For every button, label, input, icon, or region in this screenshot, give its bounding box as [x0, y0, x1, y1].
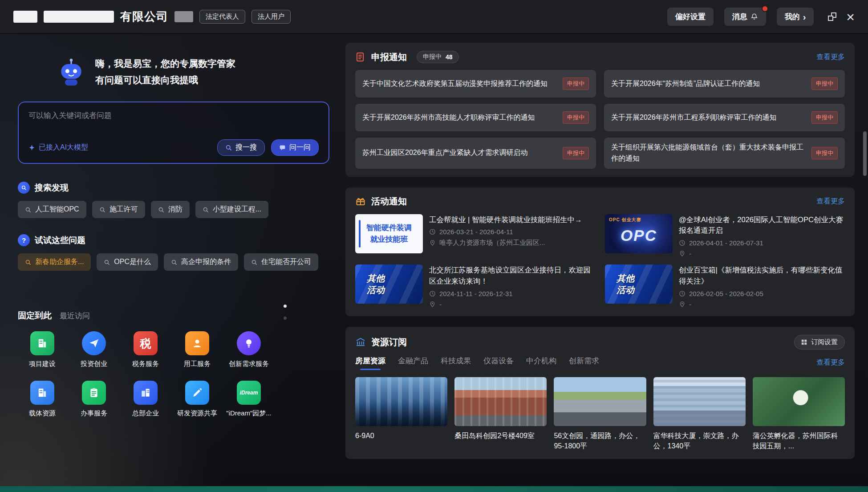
- app-label: 项目建设: [29, 360, 56, 368]
- scrollbar-thumb[interactable]: [863, 131, 867, 176]
- preferences-button[interactable]: 偏好设置: [667, 8, 714, 26]
- app-investment-startup[interactable]: 投资创业: [69, 331, 118, 368]
- activity-location: 唯亭人力资源市场（苏州工业园区...: [439, 239, 545, 247]
- app-headquarters-enterprise[interactable]: 总部企业: [121, 381, 170, 418]
- resource-caption: 桑田岛科创园2号楼409室: [454, 431, 547, 441]
- ai-model-note-label: 已接入AI大模型: [39, 143, 88, 152]
- notices-filter-pill[interactable]: 申报中 48: [417, 51, 459, 63]
- chip-construction-permit[interactable]: 施工许可: [92, 201, 145, 218]
- tab-innovation-demand[interactable]: 创新需求: [569, 356, 599, 370]
- worker-icon: [185, 331, 209, 355]
- recent-visits-label[interactable]: 最近访问: [60, 311, 90, 321]
- notice-card[interactable]: 关于中国文化艺术政府奖第五届动漫奖申报推荐工作的通知申报中: [355, 70, 596, 98]
- resource-cards: 6-9A0 桑田岛科创园2号楼409室 56文创园，通园路，办公，95-1800…: [355, 377, 845, 451]
- thumb-text: 其他: [367, 273, 385, 283]
- chip-fire-safety[interactable]: 消防: [151, 201, 190, 218]
- chip-label: 小型建设工程...: [213, 205, 261, 214]
- chip-label: OPC是什么: [114, 257, 151, 267]
- activity-card[interactable]: 智能硬件装调 就业技能班 工会帮就业 | 智能硬件装调就业技能班招生中→ 202…: [355, 214, 595, 258]
- activity-card[interactable]: 其他活动 创业百宝箱|《新增值税法实施后，有哪些新变化值得关注》 2026-02…: [605, 264, 845, 308]
- app-label: 税务服务: [132, 360, 159, 368]
- notice-card[interactable]: 苏州工业园区2026年重点产业紧缺人才需求调研启动申报中: [355, 138, 596, 169]
- app-project-construction[interactable]: 项目建设: [18, 331, 67, 368]
- resource-card[interactable]: 富华科技大厦，崇文路，办公，1340平: [653, 377, 746, 451]
- status-badge: 申报中: [563, 77, 589, 90]
- chip-what-is-opc[interactable]: OPC是什么: [97, 253, 158, 271]
- resource-card[interactable]: 6-9A0: [355, 377, 447, 451]
- restore-window-icon[interactable]: [828, 12, 836, 21]
- notice-title: 关于组织开展第六批能源领域首台（套）重大技术装备申报工作的通知: [611, 142, 805, 164]
- app-label: "iDream"园梦...: [226, 409, 272, 418]
- grid-icon: [801, 339, 807, 345]
- questions-section-header: ? 试试这些问题: [18, 234, 329, 246]
- question-chips: 新春助企服务... OPC是什么 高企申报的条件 住宅能否开公司: [18, 253, 329, 271]
- panels-column: 申报通知 申报中 48 查看更多 关于中国文化艺术政府奖第五届动漫奖申报推荐工作…: [345, 43, 855, 486]
- app-carrier-resources[interactable]: 载体资源: [18, 381, 67, 418]
- tab-intermediaries[interactable]: 中介机构: [526, 356, 556, 370]
- gift-icon: [355, 196, 366, 207]
- app-idream-park[interactable]: iDream "iDream"园梦...: [224, 381, 273, 418]
- chip-residence-company[interactable]: 住宅能否开公司: [244, 253, 318, 271]
- chip-hightech-conditions[interactable]: 高企申报的条件: [164, 253, 238, 271]
- resources-view-more-link[interactable]: 查看更多: [816, 358, 845, 367]
- tab-housing-resources[interactable]: 房屋资源: [355, 356, 385, 370]
- activity-date: 2024-11-11 - 2026-12-31: [439, 290, 513, 297]
- app-innovation-demand[interactable]: 创新需求服务: [224, 331, 273, 368]
- app-label: 办事服务: [81, 409, 107, 418]
- resources-title: 资源订阅: [371, 336, 407, 348]
- property-photo: [653, 377, 746, 426]
- declaration-notices-panel: 申报通知 申报中 48 查看更多 关于中国文化艺术政府奖第五届动漫奖申报推荐工作…: [345, 43, 855, 177]
- assistant-greeting: 嗨，我是易宝，您的专属数字管家 有问题可以直接向我提哦: [59, 52, 329, 93]
- chip-spring-enterprise-service[interactable]: 新春助企服务...: [18, 253, 91, 271]
- robot-mascot-icon: [59, 57, 84, 87]
- search-icon: [225, 144, 232, 151]
- activity-card[interactable]: OPC 创业大赛 OPC @全球AI创业者，2026国际人工智能OPC创业大赛报…: [605, 214, 845, 258]
- tab-instruments[interactable]: 仪器设备: [483, 356, 514, 370]
- company-name-suffix: 有限公司: [120, 9, 168, 24]
- tab-tech-achievements[interactable]: 科技成果: [441, 356, 471, 370]
- chip-small-construction[interactable]: 小型建设工程...: [195, 201, 268, 218]
- notice-card[interactable]: 关于开展2026年“苏州制造”品牌认证工作的通知申报中: [604, 70, 845, 98]
- resource-card[interactable]: 56文创园，通园路，办公，95-1800平: [554, 377, 646, 451]
- notices-view-more-link[interactable]: 查看更多: [816, 53, 845, 62]
- messages-button[interactable]: 消息: [724, 8, 766, 26]
- app-affairs-service[interactable]: 办事服务: [69, 381, 118, 418]
- app-label: 研发资源共享: [177, 409, 217, 418]
- notices-title: 申报通知: [371, 51, 407, 63]
- notice-card[interactable]: 关于开展2026年苏州市高技能人才职称评审工作的通知申报中: [355, 104, 596, 131]
- thumb-text: OPC 创业大赛: [609, 217, 641, 223]
- carousel-dots[interactable]: [284, 305, 287, 320]
- clock-icon: [429, 228, 436, 235]
- resource-card[interactable]: 蒲公英孵化器，苏州国际科技园五期，...: [753, 377, 845, 451]
- discover-chips: 人工智能OPC 施工许可 消防 小型建设工程...: [18, 201, 329, 218]
- app-tax-service[interactable]: 税 税务服务: [121, 331, 170, 368]
- building-icon: [30, 381, 54, 405]
- thumb-text: 就业技能班: [370, 234, 408, 244]
- close-window-icon[interactable]: ×: [846, 10, 855, 24]
- search-input[interactable]: [28, 111, 319, 120]
- notice-card[interactable]: 关于开展2026年苏州市工程系列职称评审工作的通知申报中: [604, 104, 845, 131]
- activity-location: -: [689, 250, 691, 257]
- activities-view-more-link[interactable]: 查看更多: [816, 197, 845, 206]
- clock-icon: [429, 290, 436, 297]
- activity-title: @全球AI创业者，2026国际人工智能OPC创业大赛报名通道开启: [679, 214, 845, 236]
- paper-plane-icon: [82, 331, 106, 355]
- my-account-button[interactable]: 我的 ›: [777, 8, 814, 26]
- resource-card[interactable]: 桑田岛科创园2号楼409室: [454, 377, 547, 451]
- search-button[interactable]: 搜一搜: [217, 139, 265, 156]
- search-icon: [104, 259, 110, 265]
- tab-financial-products[interactable]: 金融产品: [398, 356, 428, 370]
- subscription-settings-button[interactable]: 订阅设置: [794, 335, 845, 350]
- bell-icon: [750, 13, 758, 20]
- chip-ai-opc[interactable]: 人工智能OPC: [18, 201, 86, 218]
- app-label: 投资创业: [81, 360, 107, 368]
- ask-button[interactable]: 问一问: [271, 139, 319, 156]
- notice-title: 关于开展2026年苏州市高技能人才职称评审工作的通知: [362, 112, 556, 123]
- notice-card[interactable]: 关于组织开展第六批能源领域首台（套）重大技术装备申报工作的通知申报中: [604, 138, 845, 169]
- activity-card[interactable]: 其他活动 北交所江苏服务基地设立园区企业接待日，欢迎园区企业来访来询！ 2024…: [355, 264, 595, 308]
- app-rd-resource-sharing[interactable]: 研发资源共享: [173, 381, 222, 418]
- idream-icon: iDream: [237, 381, 261, 405]
- app-employment-service[interactable]: 用工服务: [173, 331, 222, 368]
- chip-label: 高企申报的条件: [181, 257, 231, 267]
- search-icon: [203, 207, 209, 213]
